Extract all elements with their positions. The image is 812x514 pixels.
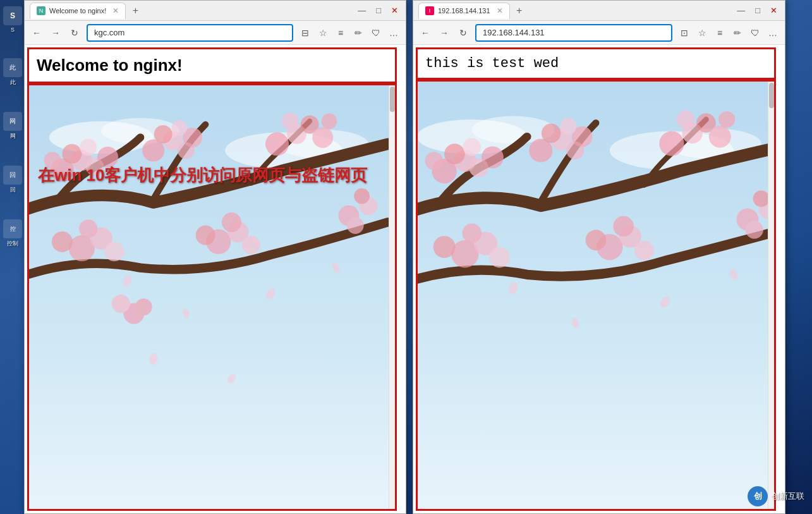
svg-point-45 <box>112 295 130 313</box>
svg-point-27 <box>104 242 124 261</box>
svg-point-22 <box>282 113 299 130</box>
right-address-input[interactable] <box>475 24 672 42</box>
right-browser-tab[interactable]: I 192.168.144.131 ✕ <box>418 3 510 19</box>
right-tab-favicon: I <box>425 6 434 15</box>
left-more-icon[interactable]: … <box>387 26 401 40</box>
right-maximize-btn[interactable]: □ <box>753 4 763 16</box>
desktop-icon-img-5: 控 <box>3 219 22 238</box>
right-ip-text: this is test wed <box>425 56 559 71</box>
desktop-icon-img-3: 网 <box>3 112 22 131</box>
right-close-btn[interactable]: ✕ <box>768 4 780 16</box>
left-scrollbar[interactable] <box>389 85 395 509</box>
svg-point-26 <box>52 231 73 252</box>
svg-point-10 <box>97 147 118 168</box>
left-address-input[interactable] <box>87 24 293 42</box>
left-shield-icon[interactable]: 🛡 <box>369 26 383 40</box>
right-minimize-btn[interactable]: — <box>734 4 748 16</box>
left-title-bar-controls: — □ ✕ <box>355 4 401 16</box>
right-image-area <box>416 80 776 511</box>
svg-point-87 <box>753 190 770 207</box>
left-tab-close-icon[interactable]: ✕ <box>112 6 119 15</box>
left-refresh-btn[interactable]: ↻ <box>68 26 82 40</box>
right-more-icon[interactable]: … <box>766 26 780 40</box>
svg-point-18 <box>265 132 289 156</box>
svg-point-21 <box>312 127 333 148</box>
right-title-bar: I 192.168.144.131 ✕ + — □ ✕ <box>413 1 785 21</box>
right-sakura-svg <box>418 82 774 509</box>
right-tab-close-icon[interactable]: ✕ <box>497 6 503 15</box>
left-address-bar: ← → ↻ ⊟ ☆ ≡ ✏ 🛡 … <box>25 21 406 45</box>
svg-point-73 <box>433 236 456 258</box>
left-sakura-svg <box>29 85 395 509</box>
left-forward-btn[interactable]: → <box>49 26 63 40</box>
right-reader-icon[interactable]: ⊡ <box>677 26 691 40</box>
right-star-icon[interactable]: ☆ <box>695 26 709 40</box>
left-scrollbar-thumb <box>390 87 395 112</box>
svg-point-17 <box>172 120 188 136</box>
svg-point-9 <box>44 152 61 169</box>
right-address-bar: ← → ↻ ⊡ ☆ ≡ ✏ 🛡 … <box>413 21 785 45</box>
left-menu-icon[interactable]: ≡ <box>334 26 348 40</box>
svg-point-14 <box>154 125 173 144</box>
svg-point-43 <box>347 217 364 234</box>
right-tab-area: I 192.168.144.131 ✕ + <box>418 3 732 19</box>
left-maximize-btn[interactable]: □ <box>373 4 384 16</box>
svg-point-69 <box>677 111 694 128</box>
right-new-tab-btn[interactable]: + <box>512 4 526 18</box>
desktop-icon-img-4: 回 <box>3 166 22 185</box>
svg-point-74 <box>489 247 510 268</box>
desktop-icon-s[interactable]: S S <box>3 6 22 33</box>
svg-point-42 <box>354 188 370 204</box>
svg-point-56 <box>425 152 443 169</box>
watermark: 创 创新互联 <box>748 486 804 506</box>
svg-point-70 <box>718 111 735 128</box>
left-browser: N Welcome to nginx! ✕ + — □ ✕ ← → ↻ ⊟ ☆ … <box>24 0 406 514</box>
right-browser-content: this is test wed <box>413 45 785 513</box>
svg-point-78 <box>586 229 607 250</box>
right-menu-icon[interactable]: ≡ <box>713 26 727 40</box>
svg-point-31 <box>196 226 215 245</box>
left-minimize-btn[interactable]: — <box>355 4 368 16</box>
svg-point-23 <box>322 113 337 129</box>
right-refresh-btn[interactable]: ↻ <box>456 26 470 40</box>
svg-point-65 <box>659 132 684 156</box>
desktop-icon-img-2: 此 <box>3 58 22 77</box>
watermark-text-label: 创新互联 <box>772 491 804 502</box>
left-tab-title: Welcome to nginx! <box>49 7 106 15</box>
left-toolbar-icons: ⊟ ☆ ≡ ✏ 🛡 … <box>298 26 401 40</box>
desktop-icon-2[interactable]: 此 此 <box>3 58 22 87</box>
svg-point-79 <box>634 241 654 260</box>
left-browser-tab[interactable]: N Welcome to nginx! ✕ <box>30 3 126 19</box>
svg-point-11 <box>80 139 97 156</box>
svg-point-80 <box>613 216 634 237</box>
left-tab-favicon: N <box>37 6 45 15</box>
right-forward-btn[interactable]: → <box>437 26 451 40</box>
left-back-btn[interactable]: ← <box>30 26 44 40</box>
right-scrollbar-thumb <box>769 83 774 108</box>
left-edit-icon[interactable]: ✏ <box>351 26 365 40</box>
svg-point-57 <box>482 146 504 168</box>
left-split-view-icon[interactable]: ⊟ <box>298 26 312 40</box>
left-new-tab-btn[interactable]: + <box>128 4 142 18</box>
right-scrollbar[interactable] <box>768 82 774 509</box>
left-star-icon[interactable]: ☆ <box>316 26 330 40</box>
left-title-bar: N Welcome to nginx! ✕ + — □ ✕ <box>25 1 406 21</box>
left-tab-area: N Welcome to nginx! ✕ + <box>30 3 353 19</box>
desktop-icon-4[interactable]: 回 回 <box>3 166 22 194</box>
svg-point-88 <box>746 221 763 238</box>
browsers-container: N Welcome to nginx! ✕ + — □ ✕ ← → ↻ ⊟ ☆ … <box>24 0 812 514</box>
watermark-logo-text: 创 <box>754 491 762 502</box>
right-edit-icon[interactable]: ✏ <box>730 26 744 40</box>
desktop-icon-5[interactable]: 控 控制 <box>3 219 22 248</box>
right-shield-icon[interactable]: 🛡 <box>748 26 762 40</box>
svg-point-32 <box>242 236 260 254</box>
desktop-icon-3[interactable]: 网 网 <box>3 112 22 140</box>
right-title-bar-controls: — □ ✕ <box>734 4 780 16</box>
right-back-btn[interactable]: ← <box>418 26 432 40</box>
right-browser: I 192.168.144.131 ✕ + — □ ✕ ← → ↻ ⊡ ☆ ≡ <box>413 0 785 514</box>
left-browser-content: Welcome to nginx! <box>25 45 406 513</box>
left-content-header-box: Welcome to nginx! <box>27 47 397 83</box>
svg-point-61 <box>542 124 561 144</box>
desktop-icons: S S 此 此 网 网 回 回 控 控制 <box>0 0 25 514</box>
left-close-btn[interactable]: ✕ <box>389 4 401 16</box>
